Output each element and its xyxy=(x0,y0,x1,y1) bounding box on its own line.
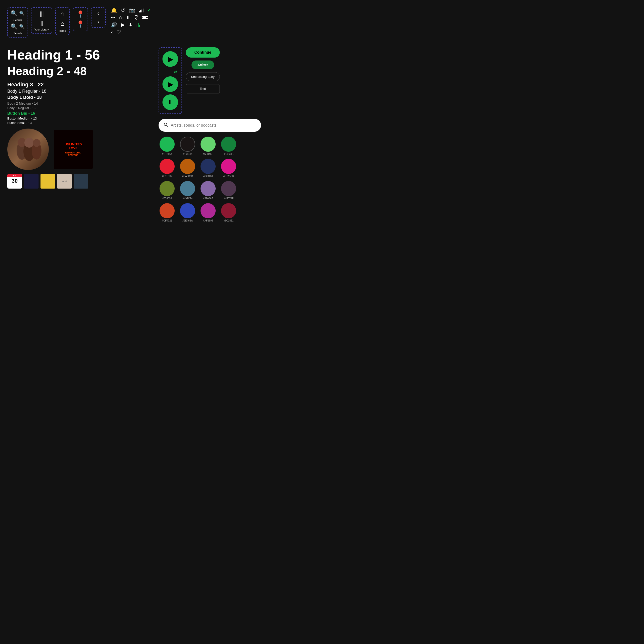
small-images-row: JUL 30 MANÁ xyxy=(7,174,149,189)
ellipsis-icon[interactable]: ••• xyxy=(111,15,115,20)
player-section: ▶ ⇄ ▶ ⏸ Continue Artists See discography… xyxy=(159,47,261,114)
swatch-item-13: #2E46BA xyxy=(179,203,196,222)
color-swatches: #1DB954#191414#65D46E#14823B#E61D32#BA5D… xyxy=(159,137,261,222)
home-icon-group[interactable]: ⌂ ⌂ Home xyxy=(55,7,70,35)
history-icon[interactable]: ↺ xyxy=(121,7,125,13)
rhcp-album: UNLIMITEDLOVE RED HOT CHILI PEPPERS xyxy=(54,130,93,169)
swatch-item-9: #497C94 xyxy=(179,181,196,200)
right-column: ▶ ⇄ ▶ ⏸ Continue Artists See discography… xyxy=(159,47,261,222)
swatch-label-15: #8C1831 xyxy=(224,219,234,222)
camera-icon[interactable]: 📷 xyxy=(129,7,135,13)
text-button[interactable]: Text xyxy=(186,84,220,93)
heading1-sample: Heading 1 - 56 xyxy=(7,47,149,62)
body1-bold-sample: Body 1 Bold - 18 xyxy=(7,95,149,100)
checkmark-icon: ✓ xyxy=(147,8,151,13)
btn-med-sample: Button Medium - 13 xyxy=(7,117,149,120)
svg-line-7 xyxy=(167,125,168,127)
small-album-2 xyxy=(40,174,55,189)
chevron-left-icon-2: ‹ xyxy=(97,19,99,25)
swatch-circle-6 xyxy=(201,159,216,174)
library-label: Your Library xyxy=(34,28,49,31)
chevron-back-icon[interactable]: ‹ xyxy=(111,29,113,35)
battery-icon xyxy=(142,16,148,19)
btn-small-sample: Button Small - 13 xyxy=(7,121,149,125)
swatch-circle-14 xyxy=(201,203,216,218)
location-icon-group[interactable]: 📍 📍 xyxy=(73,7,88,31)
body2-med-sample: Body 2 Medium - 14 xyxy=(7,101,149,105)
play-button-1[interactable]: ▶ xyxy=(162,51,178,67)
calendar-icon: JUL 30 xyxy=(7,174,22,189)
bell-icon[interactable]: 🔔 xyxy=(111,7,117,13)
swatch-item-2: #65D46E xyxy=(200,137,217,155)
swatch-label-0: #1DB954 xyxy=(162,153,172,155)
heading3-sample: Heading 3 - 22 xyxy=(7,81,149,88)
home-label: Home xyxy=(59,29,66,32)
continue-button[interactable]: Continue xyxy=(186,47,220,58)
search-icon-lg2: 🔍 xyxy=(11,23,17,30)
search-icon-lg: 🔍 xyxy=(11,10,17,17)
swatch-item-8: #678026 xyxy=(159,181,176,200)
swatch-circle-15 xyxy=(221,203,236,218)
speaker-icon[interactable]: 🔊 xyxy=(111,22,117,28)
search-input[interactable] xyxy=(171,123,256,128)
eq-icon xyxy=(137,22,140,27)
search-label-1: Search xyxy=(13,19,22,21)
typography-section: Heading 1 - 56 Heading 2 - 48 Heading 3 … xyxy=(7,47,149,222)
search-label-2: Search xyxy=(13,32,22,35)
swatch-label-12: #CF4321 xyxy=(162,219,172,222)
library-icon: ||| xyxy=(40,10,43,18)
library-icon-group[interactable]: ||| ||| Your Library xyxy=(31,7,52,34)
home-small-icon[interactable]: ⌂ xyxy=(119,15,122,20)
pause-small-icon[interactable]: ⏸ xyxy=(126,15,131,20)
search-bar[interactable] xyxy=(159,119,261,132)
swatch-item-7: #DB158B xyxy=(220,159,237,178)
images-section: UNLIMITEDLOVE RED HOT CHILI PEPPERS JUL … xyxy=(7,129,149,189)
heading2-sample: Heading 2 - 48 xyxy=(7,65,149,78)
body1-reg-sample: Body 1 Regular - 18 xyxy=(7,89,149,94)
swatch-label-8: #678026 xyxy=(162,197,172,200)
library-icon-2: ||| xyxy=(40,20,43,26)
swatch-label-1: #191414 xyxy=(183,153,192,155)
swatch-label-10: #8768A7 xyxy=(203,197,213,200)
play-icon-1: ▶ xyxy=(168,55,173,63)
play-icon-2: ▶ xyxy=(168,80,173,88)
see-discography-button[interactable]: See discography xyxy=(186,72,220,81)
play-small-icon[interactable]: ▶ xyxy=(121,22,125,28)
swatch-item-0: #1DB954 xyxy=(159,137,176,155)
swatch-circle-0 xyxy=(160,137,175,152)
heart-icon[interactable]: ♡ xyxy=(117,29,121,35)
chevron-icon-group[interactable]: ‹ ‹ xyxy=(91,7,106,28)
action-buttons-group: Continue Artists See discography Text xyxy=(186,47,220,93)
small-album-3: MANÁ xyxy=(57,174,72,189)
swatch-label-7: #DB158B xyxy=(223,175,234,178)
band-images: UNLIMITEDLOVE RED HOT CHILI PEPPERS xyxy=(7,129,149,170)
wifi-icon xyxy=(135,15,138,20)
swatch-circle-8 xyxy=(160,181,175,196)
home-icon-1: ⌂ xyxy=(60,10,64,18)
svg-point-5 xyxy=(33,139,40,147)
calendar-day: 30 xyxy=(12,178,18,184)
swatch-label-2: #65D46E xyxy=(203,153,213,155)
swatch-circle-2 xyxy=(201,137,216,152)
play-button-2[interactable]: ▶ xyxy=(162,76,178,92)
top-nav-section: 🔍 🔍 Search 🔍 🔍 Search ||| ||| Your Libra… xyxy=(7,7,261,38)
pause-button[interactable]: ⏸ xyxy=(162,94,178,110)
system-icons-section: 🔔 ↺ 📷 ✓ ••• ⌂ ⏸ xyxy=(111,7,151,35)
search-icon-group-1[interactable]: 🔍 🔍 Search 🔍 🔍 Search xyxy=(7,7,28,38)
swatch-circle-7 xyxy=(221,159,236,174)
swatch-circle-13 xyxy=(180,203,195,218)
calendar-month: JUL xyxy=(7,174,22,177)
swatch-circle-11 xyxy=(221,181,236,196)
swatch-circle-12 xyxy=(160,203,175,218)
body2-reg-sample: Body 2 Regular - 13 xyxy=(7,106,149,110)
artists-button[interactable]: Artists xyxy=(191,60,214,69)
home-icon-2: ⌂ xyxy=(60,20,64,27)
swatch-item-3: #14823B xyxy=(220,137,237,155)
download-icon[interactable]: ⬇ xyxy=(129,22,133,28)
swatch-label-5: #BA5D0B xyxy=(182,175,193,178)
pause-icon: ⏸ xyxy=(167,99,173,106)
swatch-item-10: #8768A7 xyxy=(200,181,217,200)
swatch-item-1: #191414 xyxy=(179,137,196,155)
swatch-circle-4 xyxy=(160,159,175,174)
swatch-label-4: #E61D32 xyxy=(162,175,172,178)
